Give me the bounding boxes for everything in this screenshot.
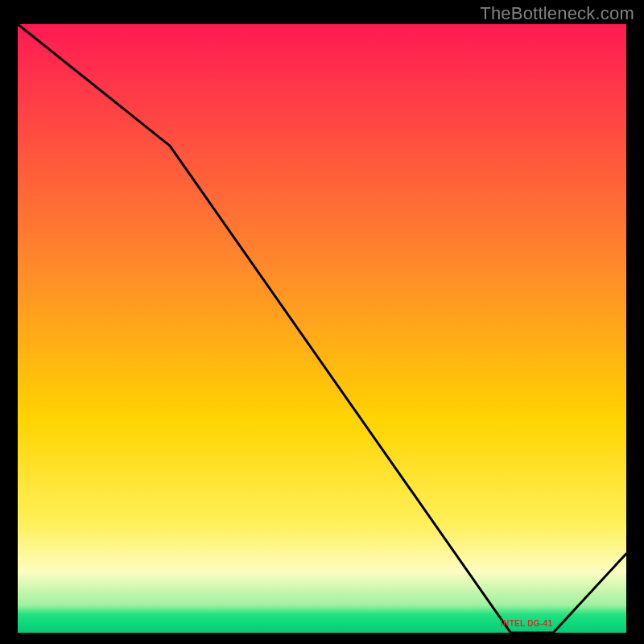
chart-background xyxy=(18,24,626,633)
gpu-label: INTEL DG-41 xyxy=(501,619,552,628)
bottleneck-chart xyxy=(18,24,626,633)
chart-frame: INTEL DG-41 xyxy=(18,24,626,633)
watermark-text: TheBottleneck.com xyxy=(480,3,634,24)
